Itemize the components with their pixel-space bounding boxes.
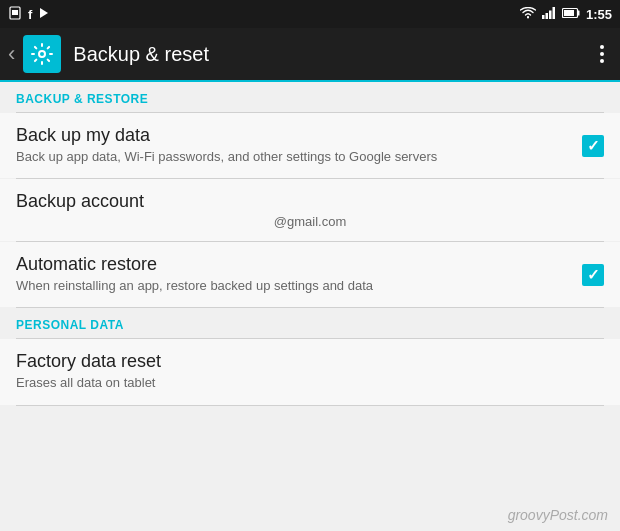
- setting-title-backup-data: Back up my data: [16, 125, 570, 146]
- facebook-icon: f: [28, 7, 32, 22]
- svg-rect-9: [577, 10, 579, 15]
- setting-desc-backup-data: Back up app data, Wi-Fi passwords, and o…: [16, 148, 570, 166]
- svg-rect-1: [12, 10, 18, 15]
- setting-title-backup-account: Backup account: [16, 191, 604, 212]
- more-options-button[interactable]: [592, 37, 612, 71]
- signal-icon: [542, 7, 556, 22]
- setting-desc-auto-restore: When reinstalling an app, restore backed…: [16, 277, 570, 295]
- svg-marker-2: [40, 8, 48, 18]
- svg-point-11: [39, 51, 45, 57]
- setting-item-auto-restore[interactable]: Automatic restore When reinstalling an a…: [0, 242, 620, 307]
- watermark: groovyPost.com: [508, 507, 608, 523]
- svg-point-3: [527, 16, 529, 18]
- play-icon: [38, 7, 50, 22]
- clock: 1:55: [586, 7, 612, 22]
- checkbox-auto-restore[interactable]: [582, 264, 604, 286]
- setting-item-backup-data[interactable]: Back up my data Back up app data, Wi-Fi …: [0, 113, 620, 178]
- setting-desc-factory-reset: Erases all data on tablet: [16, 374, 604, 392]
- svg-rect-7: [552, 7, 555, 19]
- sim-icon: [8, 6, 22, 23]
- section-header-backup: BACKUP & RESTORE: [0, 82, 620, 112]
- setting-item-factory-reset[interactable]: Factory data reset Erases all data on ta…: [0, 339, 620, 404]
- content-area: BACKUP & RESTORE Back up my data Back up…: [0, 82, 620, 531]
- setting-item-backup-account[interactable]: Backup account @gmail.com: [0, 179, 620, 241]
- page-title: Backup & reset: [73, 43, 592, 66]
- battery-icon: [562, 7, 580, 22]
- checkbox-backup-data[interactable]: [582, 135, 604, 157]
- divider-5: [16, 405, 604, 406]
- status-bar-left: f: [8, 6, 50, 23]
- setting-title-auto-restore: Automatic restore: [16, 254, 570, 275]
- status-bar: f: [0, 0, 620, 28]
- svg-rect-5: [545, 13, 548, 19]
- back-button[interactable]: ‹: [8, 41, 15, 67]
- wifi-icon: [520, 7, 536, 22]
- svg-rect-6: [549, 10, 552, 19]
- setting-title-factory-reset: Factory data reset: [16, 351, 604, 372]
- action-bar: ‹ Backup & reset: [0, 28, 620, 82]
- status-bar-right: 1:55: [520, 7, 612, 22]
- svg-rect-4: [542, 15, 545, 19]
- section-header-personal: PERSONAL DATA: [0, 308, 620, 338]
- settings-icon: [30, 42, 54, 66]
- svg-rect-10: [564, 10, 574, 16]
- settings-icon-bg: [23, 35, 61, 73]
- setting-value-backup-account: @gmail.com: [16, 214, 604, 229]
